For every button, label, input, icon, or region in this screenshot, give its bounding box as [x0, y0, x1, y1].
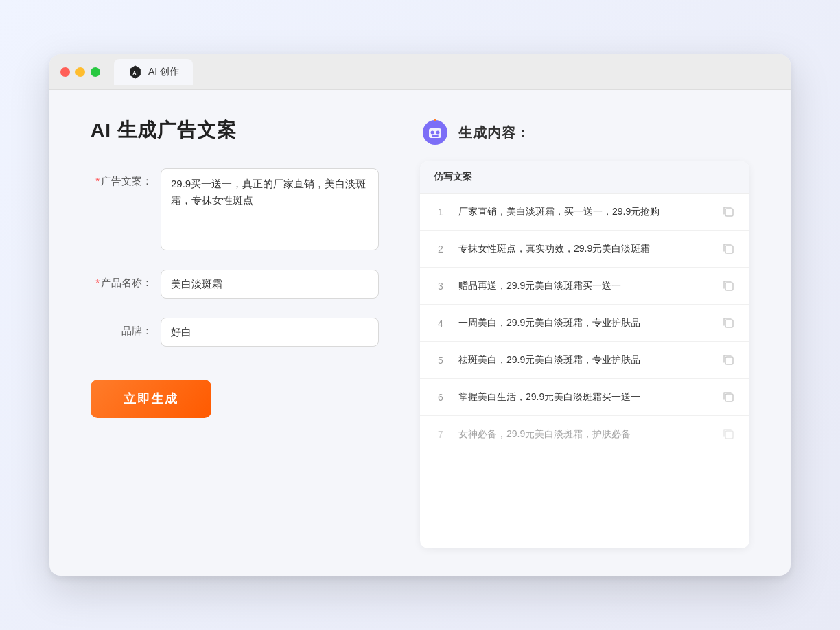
- row-text: 祛斑美白，29.9元美白淡斑霜，专业护肤品: [458, 353, 711, 367]
- svg-rect-10: [725, 246, 733, 253]
- svg-point-4: [431, 131, 434, 135]
- svg-text:AI: AI: [132, 69, 137, 75]
- ad-copy-input[interactable]: [161, 168, 379, 250]
- result-table: 仿写文案 1 厂家直销，美白淡斑霜，买一送一，29.9元抢购 2 专抹女性斑点，…: [420, 161, 749, 548]
- row-number: 3: [434, 281, 447, 292]
- row-text: 专抹女性斑点，真实功效，29.9元美白淡斑霜: [458, 242, 711, 256]
- table-row: 6 掌握美白生活，29.9元美白淡斑霜买一送一: [420, 379, 749, 416]
- result-title: 生成内容：: [458, 124, 530, 142]
- row-number: 4: [434, 318, 447, 329]
- copy-icon[interactable]: [722, 428, 736, 441]
- title-bar: AI AI 创作: [49, 54, 791, 90]
- maximize-button[interactable]: [91, 67, 100, 77]
- product-name-input[interactable]: [161, 270, 379, 299]
- brand-input[interactable]: [161, 318, 379, 347]
- generate-button[interactable]: 立即生成: [91, 380, 211, 418]
- row-number: 1: [434, 207, 447, 218]
- result-header: 生成内容：: [420, 117, 749, 148]
- table-row: 3 赠品再送，29.9元美白淡斑霜买一送一: [420, 268, 749, 305]
- copy-icon[interactable]: [722, 316, 736, 330]
- svg-rect-12: [725, 320, 733, 327]
- minimize-button[interactable]: [75, 67, 85, 77]
- ai-creation-tab[interactable]: AI AI 创作: [114, 59, 193, 85]
- copy-icon[interactable]: [722, 390, 736, 404]
- svg-rect-15: [725, 431, 733, 439]
- table-row: 4 一周美白，29.9元美白淡斑霜，专业护肤品: [420, 305, 749, 342]
- robot-icon: [420, 117, 450, 148]
- copy-icon[interactable]: [722, 205, 736, 219]
- svg-rect-9: [725, 209, 733, 216]
- row-number: 6: [434, 392, 447, 403]
- results-container: 1 厂家直销，美白淡斑霜，买一送一，29.9元抢购 2 专抹女性斑点，真实功效，…: [420, 194, 749, 452]
- copy-icon[interactable]: [722, 279, 736, 293]
- table-row: 2 专抹女性斑点，真实功效，29.9元美白淡斑霜: [420, 231, 749, 268]
- svg-point-5: [436, 131, 440, 135]
- product-name-group: *产品名称：: [91, 270, 379, 299]
- table-row: 5 祛斑美白，29.9元美白淡斑霜，专业护肤品: [420, 342, 749, 379]
- svg-point-8: [434, 119, 436, 121]
- row-number: 5: [434, 355, 447, 366]
- copy-icon[interactable]: [722, 353, 736, 367]
- row-text: 赠品再送，29.9元美白淡斑霜买一送一: [458, 279, 711, 293]
- right-panel: 生成内容： 仿写文案 1 厂家直销，美白淡斑霜，买一送一，29.9元抢购 2 专…: [420, 117, 749, 548]
- product-name-label: *产品名称：: [91, 270, 152, 290]
- close-button[interactable]: [60, 67, 70, 77]
- svg-rect-13: [725, 357, 733, 364]
- row-number: 7: [434, 429, 447, 440]
- row-number: 2: [434, 244, 447, 255]
- row-text: 掌握美白生活，29.9元美白淡斑霜买一送一: [458, 390, 711, 404]
- row-text: 厂家直销，美白淡斑霜，买一送一，29.9元抢购: [458, 205, 711, 219]
- svg-rect-11: [725, 283, 733, 290]
- tab-label: AI 创作: [148, 66, 179, 78]
- brand-label: 品牌：: [91, 318, 152, 338]
- required-star-1: *: [95, 175, 100, 187]
- required-star-2: *: [95, 277, 100, 288]
- ad-copy-label: *广告文案：: [91, 168, 152, 188]
- table-header: 仿写文案: [420, 161, 749, 194]
- svg-rect-6: [432, 135, 439, 137]
- row-text: 一周美白，29.9元美白淡斑霜，专业护肤品: [458, 316, 711, 330]
- page-title: AI 生成广告文案: [91, 117, 379, 143]
- main-content: AI 生成广告文案 *广告文案： *产品名称： 品牌： 立: [49, 90, 791, 576]
- window-controls: [60, 67, 100, 77]
- ai-tab-icon: AI: [128, 65, 143, 80]
- table-row: 7 女神必备，29.9元美白淡斑霜，护肤必备: [420, 416, 749, 452]
- svg-rect-14: [725, 394, 733, 401]
- copy-icon[interactable]: [722, 242, 736, 256]
- browser-window: AI AI 创作 AI 生成广告文案 *广告文案： *产品名称：: [49, 54, 791, 576]
- row-text: 女神必备，29.9元美白淡斑霜，护肤必备: [458, 427, 711, 441]
- brand-group: 品牌：: [91, 318, 379, 347]
- ad-copy-group: *广告文案：: [91, 168, 379, 250]
- left-panel: AI 生成广告文案 *广告文案： *产品名称： 品牌： 立: [91, 117, 379, 548]
- table-row: 1 厂家直销，美白淡斑霜，买一送一，29.9元抢购: [420, 194, 749, 231]
